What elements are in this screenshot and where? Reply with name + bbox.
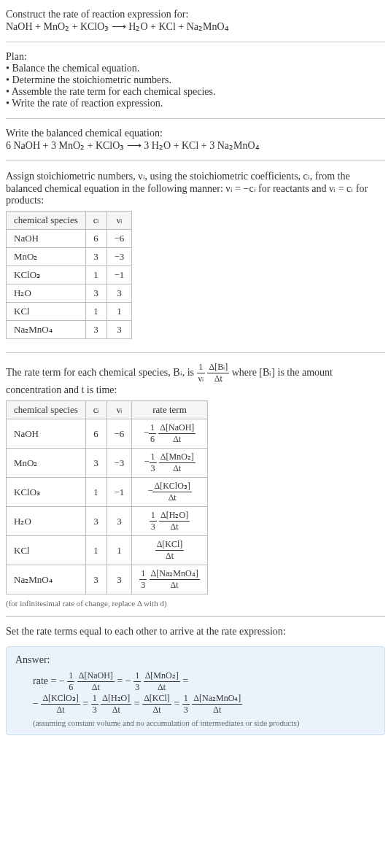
col-ci: cᵢ xyxy=(85,401,107,419)
frac: 16 xyxy=(67,670,74,693)
frac-num: Δ[KClO₃] xyxy=(41,693,80,705)
frac-num: Δ[KClO₃] xyxy=(152,481,191,492)
frac-num: 1 xyxy=(91,693,98,705)
divider xyxy=(6,352,385,353)
cell-ci: 3 xyxy=(85,248,107,266)
frac-num: 1 xyxy=(150,452,157,463)
frac-num: Δ[H₂O] xyxy=(159,510,190,522)
frac-num: Δ[Bᵢ] xyxy=(207,362,229,373)
frac-num: 1 xyxy=(197,362,205,373)
frac-den: 6 xyxy=(149,434,156,445)
answer-line2: − Δ[KClO₃]Δt = 13 Δ[H₂O]Δt = Δ[KCl]Δt = … xyxy=(33,693,376,716)
frac: 16 xyxy=(149,422,156,445)
cell-ci: 6 xyxy=(85,419,107,449)
frac: 13 xyxy=(91,693,98,716)
frac-den: Δt xyxy=(142,705,171,716)
plan-bullet: • Write the rate of reaction expression. xyxy=(6,98,385,109)
frac-num: 1 xyxy=(149,422,156,434)
col-species: chemical species xyxy=(7,401,86,419)
intro-equation: NaOH + MnO₂ + KClO₃ ⟶ H₂O + KCl + Na₂MnO… xyxy=(6,20,385,33)
cell-vi: 3 xyxy=(107,565,132,594)
frac-den: Δt xyxy=(152,492,191,503)
frac: 1νᵢ xyxy=(197,362,205,384)
frac: Δ[H₂O]Δt xyxy=(159,510,190,532)
frac-den: Δt xyxy=(77,682,115,693)
frac-num: Δ[NaOH] xyxy=(77,670,115,682)
table-header-row: chemical species cᵢ νᵢ rate term xyxy=(7,401,208,419)
plan-title: Plan: xyxy=(6,51,385,63)
cell-species: H₂O xyxy=(7,507,86,536)
cell-rateterm: 13 Δ[H₂O]Δt xyxy=(132,507,207,536)
cell-ci: 1 xyxy=(85,478,107,507)
eq: = xyxy=(134,698,142,709)
frac-num: Δ[KCl] xyxy=(142,693,171,705)
frac-num: Δ[MnO₂] xyxy=(144,670,180,682)
frac-num: Δ[KCl] xyxy=(155,539,185,551)
cell-rateterm: Δ[KCl]Δt xyxy=(132,536,207,565)
table-row: Na₂MnO₄ 3 3 13 Δ[Na₂MnO₄]Δt xyxy=(7,565,208,594)
cell-vi: −1 xyxy=(107,478,132,507)
frac: Δ[MnO₂]Δt xyxy=(159,452,196,474)
frac-den: Δt xyxy=(144,682,180,693)
rateterm-note: (for infinitesimal rate of change, repla… xyxy=(6,599,385,608)
frac-num: Δ[H₂O] xyxy=(101,693,131,705)
table-row: KClO₃ 1 −1 −Δ[KClO₃]Δt xyxy=(7,478,208,507)
frac-num: 1 xyxy=(150,510,157,522)
cell-species: MnO₂ xyxy=(7,248,86,266)
rateterm-intro: The rate term for each chemical species,… xyxy=(6,362,385,396)
col-vi: νᵢ xyxy=(107,401,132,419)
sign: − xyxy=(33,698,39,709)
table-row: Na₂MnO₄33 xyxy=(7,321,132,339)
table-header-row: chemical species cᵢ νᵢ xyxy=(7,212,132,230)
frac-den: Δt xyxy=(159,463,196,474)
cell-species: MnO₂ xyxy=(7,449,86,478)
cell-species: KClO₃ xyxy=(7,266,86,284)
frac-den: Δt xyxy=(158,434,196,445)
cell-species: KCl xyxy=(7,536,86,565)
cell-species: Na₂MnO₄ xyxy=(7,321,86,339)
frac: Δ[KClO₃]Δt xyxy=(41,693,80,716)
answer-line1: rate = − 16 Δ[NaOH]Δt = − 13 Δ[MnO₂]Δt = xyxy=(33,670,376,693)
frac: Δ[H₂O]Δt xyxy=(101,693,131,716)
sign: − xyxy=(144,427,149,438)
balanced-section: Write the balanced chemical equation: 6 … xyxy=(6,125,385,155)
table-row: H₂O33 xyxy=(7,284,132,303)
frac-den: 3 xyxy=(150,463,157,474)
cell-species: KCl xyxy=(7,303,86,321)
cell-vi: 3 xyxy=(107,284,132,303)
balanced-equation: 6 NaOH + 3 MnO₂ + KClO₃ ⟶ 3 H₂O + KCl + … xyxy=(6,139,385,152)
table-row: MnO₂ 3 −3 −13 Δ[MnO₂]Δt xyxy=(7,449,208,478)
col-vi: νᵢ xyxy=(107,212,132,230)
final-intro: Set the rate terms equal to each other t… xyxy=(6,626,385,638)
cell-ci: 1 xyxy=(85,266,107,284)
intro-section: Construct the rate of reaction expressio… xyxy=(6,6,385,36)
cell-species: NaOH xyxy=(7,419,86,449)
frac-den: Δt xyxy=(155,551,185,562)
plan-bullet: • Assemble the rate term for each chemic… xyxy=(6,86,385,98)
cell-rateterm: −13 Δ[MnO₂]Δt xyxy=(132,449,207,478)
cell-ci: 3 xyxy=(85,449,107,478)
table-row: H₂O 3 3 13 Δ[H₂O]Δt xyxy=(7,507,208,536)
cell-ci: 6 xyxy=(85,230,107,248)
rateterm-intro-a: The rate term for each chemical species,… xyxy=(6,367,197,378)
cell-ci: 3 xyxy=(85,565,107,594)
cell-species: NaOH xyxy=(7,230,86,248)
answer-note: (assuming constant volume and no accumul… xyxy=(33,718,376,727)
frac-den: 6 xyxy=(67,682,74,693)
cell-ci: 3 xyxy=(85,507,107,536)
table-row: KClO₃1−1 xyxy=(7,266,132,284)
final-section: Set the rate terms equal to each other t… xyxy=(6,623,385,640)
frac: Δ[KCl]Δt xyxy=(142,693,171,716)
frac-den: 3 xyxy=(150,522,157,532)
cell-vi: −3 xyxy=(107,248,132,266)
table-row: KCl 1 1 Δ[KCl]Δt xyxy=(7,536,208,565)
frac-den: 3 xyxy=(133,682,141,693)
stoich-table: chemical species cᵢ νᵢ NaOH6−6 MnO₂3−3 K… xyxy=(6,211,132,339)
rateterm-table: chemical species cᵢ νᵢ rate term NaOH 6 … xyxy=(6,400,208,594)
cell-vi: −1 xyxy=(107,266,132,284)
frac-num: Δ[MnO₂] xyxy=(159,452,196,463)
col-rateterm: rate term xyxy=(132,401,207,419)
cell-rateterm: 13 Δ[Na₂MnO₄]Δt xyxy=(132,565,207,594)
sign: − xyxy=(144,456,149,467)
divider xyxy=(6,160,385,161)
